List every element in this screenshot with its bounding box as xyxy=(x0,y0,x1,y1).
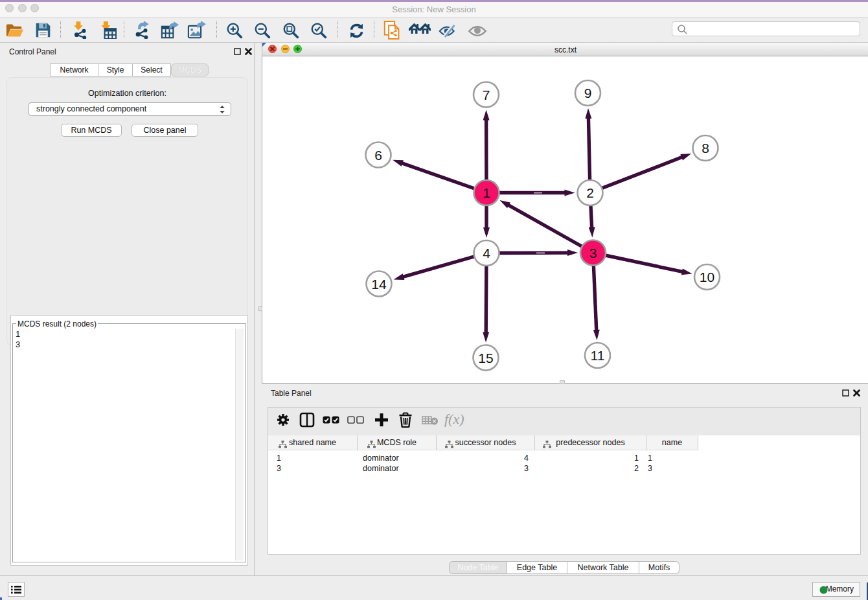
svg-text:14: 14 xyxy=(371,277,387,292)
svg-text:9: 9 xyxy=(584,86,592,100)
svg-text:2: 2 xyxy=(586,185,594,200)
svg-text:10: 10 xyxy=(700,270,714,284)
svg-text:7: 7 xyxy=(483,87,490,102)
svg-text:3: 3 xyxy=(589,246,597,260)
svg-text:15: 15 xyxy=(478,351,493,365)
svg-text:1: 1 xyxy=(483,185,490,200)
svg-text:11: 11 xyxy=(591,348,605,363)
svg-text:6: 6 xyxy=(374,148,382,163)
svg-text:4: 4 xyxy=(483,246,490,260)
svg-text:8: 8 xyxy=(702,141,709,156)
